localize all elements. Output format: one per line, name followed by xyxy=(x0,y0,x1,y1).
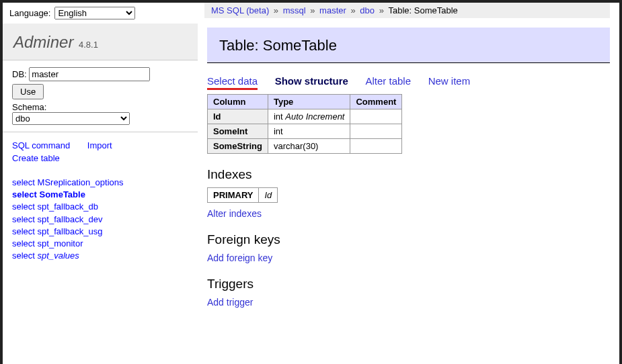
table-link[interactable]: select spt_fallback_usg xyxy=(12,226,188,238)
col-name: SomeString xyxy=(208,139,268,154)
table-link[interactable]: select spt_fallback_dev xyxy=(12,214,188,226)
table-link[interactable]: select spt_monitor xyxy=(12,238,188,250)
index-col: Id xyxy=(259,188,278,203)
col-header-column: Column xyxy=(208,95,268,109)
breadcrumb-link[interactable]: mssql xyxy=(283,5,306,15)
use-button[interactable] xyxy=(12,84,44,99)
indexes-table: PRIMARY Id xyxy=(207,187,278,203)
logo-block: Adminer 4.8.1 xyxy=(3,24,198,60)
language-row: Language: English xyxy=(3,3,198,24)
fk-heading: Foreign keys xyxy=(207,232,610,247)
add-trigger-link[interactable]: Add trigger xyxy=(207,297,253,308)
breadcrumb-link[interactable]: dbo xyxy=(360,5,375,15)
schema-select[interactable]: dbo xyxy=(12,112,130,125)
db-label: DB: xyxy=(12,69,27,79)
tab-show-structure[interactable]: Show structure xyxy=(275,75,348,87)
tab-alter-table[interactable]: Alter table xyxy=(366,75,412,87)
breadcrumb-link[interactable]: master xyxy=(319,5,346,15)
breadcrumb-link[interactable]: MS SQL (beta) xyxy=(211,5,269,15)
import-link[interactable]: Import xyxy=(87,140,112,150)
breadcrumb-sep: » xyxy=(271,5,280,15)
breadcrumb-current: Table: SomeTable xyxy=(388,5,457,15)
add-fk-link[interactable]: Add foreign key xyxy=(207,253,272,263)
col-name: Id xyxy=(208,109,268,124)
breadcrumb-sep: » xyxy=(377,5,386,15)
table-link[interactable]: select MSreplication_options xyxy=(12,177,188,189)
main-content: MS SQL (beta) » mssql » master » dbo » T… xyxy=(198,3,619,364)
table-row: Idint Auto Increment xyxy=(208,109,402,124)
col-comment xyxy=(350,109,402,124)
table-link[interactable]: select SomeTable xyxy=(12,189,188,201)
col-type: int xyxy=(268,124,350,139)
app-title: Adminer 4.8.1 xyxy=(13,33,187,52)
breadcrumb: MS SQL (beta) » mssql » master » dbo » T… xyxy=(204,3,610,18)
col-header-comment: Comment xyxy=(350,95,402,109)
page-title: Table: SomeTable xyxy=(207,28,610,63)
col-comment xyxy=(350,124,402,139)
col-name: SomeInt xyxy=(208,124,268,139)
table-row: SomeIntint xyxy=(208,124,402,139)
table-row: SomeStringvarchar(30) xyxy=(208,139,402,154)
db-block: DB: xyxy=(3,60,198,102)
sql-command-link[interactable]: SQL command xyxy=(12,140,70,150)
triggers-heading: Triggers xyxy=(207,277,610,291)
col-type: varchar(30) xyxy=(268,139,350,154)
language-label: Language: xyxy=(9,8,50,18)
schema-label: Schema: xyxy=(12,102,46,112)
app-version: 4.8.1 xyxy=(76,40,98,50)
breadcrumb-sep: » xyxy=(348,5,358,15)
col-type: int Auto Increment xyxy=(268,109,350,124)
tab-new-item[interactable]: New item xyxy=(428,75,471,87)
indexes-heading: Indexes xyxy=(207,167,610,182)
tabs: Select data Show structure Alter table N… xyxy=(207,75,610,90)
breadcrumb-sep: » xyxy=(308,5,317,15)
tab-select-data[interactable]: Select data xyxy=(207,75,258,90)
create-table-link[interactable]: Create table xyxy=(12,153,60,163)
schema-block: Schema: dbo xyxy=(3,102,198,132)
table-link[interactable]: select spt_fallback_db xyxy=(12,201,188,213)
columns-table: Column Type Comment Idint Auto Increment… xyxy=(207,94,402,154)
index-type: PRIMARY xyxy=(208,188,259,203)
alter-indexes-link[interactable]: Alter indexes xyxy=(207,208,262,219)
language-select[interactable]: English xyxy=(54,7,135,19)
sidebar-links: SQL command Import xyxy=(3,132,198,153)
col-header-type: Type xyxy=(268,95,350,109)
db-input[interactable] xyxy=(29,67,150,81)
col-comment xyxy=(350,139,402,154)
table-list: select MSreplication_optionsselect SomeT… xyxy=(3,173,198,266)
table-link[interactable]: select spt_values xyxy=(12,250,188,262)
